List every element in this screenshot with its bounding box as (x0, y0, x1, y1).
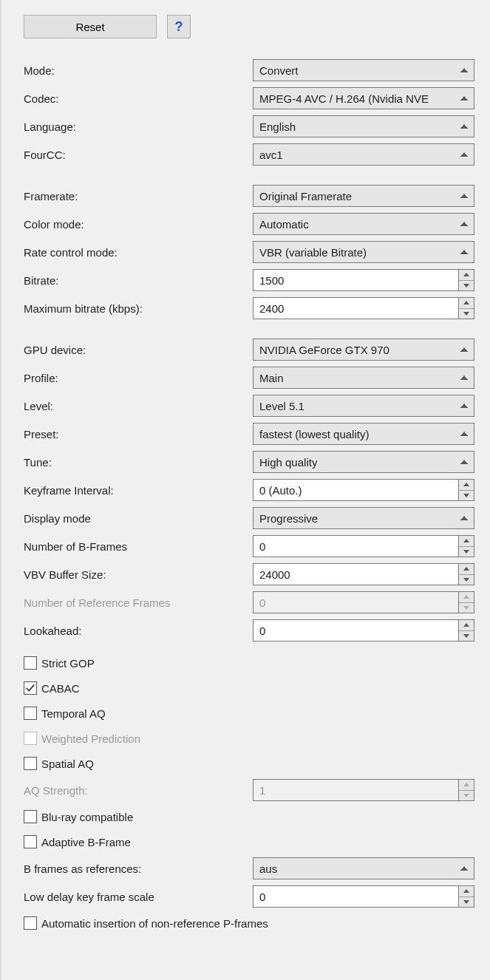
preset-select[interactable]: fastest (lowest quality) (253, 423, 474, 445)
bframes-up[interactable] (459, 536, 474, 547)
bframes-label: Number of B-Frames (24, 540, 253, 553)
chevron-up-icon (463, 623, 469, 627)
autopframe-label: Automatic insertion of non-reference P-f… (41, 917, 268, 930)
temporal-checkbox[interactable] (24, 707, 37, 720)
chevron-down-icon (463, 494, 469, 497)
autopframe-checkbox[interactable] (24, 916, 37, 930)
tune-label: Tune: (24, 456, 253, 469)
chevron-up-icon (463, 567, 469, 571)
chevron-down-icon (463, 900, 469, 904)
fourcc-label: FourCC: (24, 149, 253, 161)
lowdelay-label: Low delay key frame scale (24, 891, 253, 903)
vbv-spinner[interactable]: 24000 (253, 563, 474, 585)
chevron-up-icon (463, 539, 469, 542)
tune-select[interactable]: High quality (253, 451, 474, 473)
preset-label: Preset: (24, 428, 253, 440)
spatial-checkbox[interactable] (24, 757, 37, 770)
bitrate-down[interactable] (459, 281, 474, 291)
maxbitrate-spinner[interactable]: 2400 (253, 297, 474, 319)
chevron-up-icon (463, 483, 469, 486)
lookahead-label: Lookahead: (24, 625, 253, 637)
chevron-down-icon (463, 312, 469, 316)
maxbitrate-down[interactable] (459, 309, 474, 319)
help-button[interactable]: ? (167, 15, 191, 38)
colormode-label: Color mode: (24, 218, 253, 231)
mode-label: Mode: (24, 64, 253, 77)
adaptiveb-checkbox[interactable] (24, 835, 37, 848)
chevron-down-icon (463, 634, 469, 638)
lowdelay-down[interactable] (459, 897, 474, 908)
chevron-up-icon (463, 595, 469, 599)
strictgop-checkbox[interactable] (24, 656, 37, 670)
strictgop-label: Strict GOP (41, 657, 95, 670)
gpu-label: GPU device: (24, 344, 253, 356)
bluray-label: Blu-ray compatible (41, 811, 133, 823)
lookahead-up[interactable] (459, 620, 474, 631)
refframes-label: Number of Reference Frames (24, 596, 253, 609)
maxbitrate-label: Maximum bitrate (kbps): (24, 302, 253, 315)
codec-select[interactable]: MPEG-4 AVC / H.264 (Nvidia NVE (253, 87, 474, 109)
keyframe-up[interactable] (459, 480, 474, 491)
colormode-select[interactable]: Automatic (253, 213, 474, 235)
lowdelay-spinner[interactable]: 0 (253, 885, 474, 908)
spatial-label: Spatial AQ (41, 758, 94, 770)
chevron-up-icon (463, 889, 469, 893)
vbv-down[interactable] (459, 575, 474, 585)
chevron-down-icon (463, 578, 469, 582)
lowdelay-up[interactable] (459, 886, 474, 897)
aqstrength-spinner: 1 (253, 779, 474, 801)
level-select[interactable]: Level 5.1 (253, 395, 474, 417)
lookahead-spinner[interactable]: 0 (253, 619, 474, 642)
framerate-select[interactable]: Original Framerate (253, 185, 474, 207)
temporal-label: Temporal AQ (41, 707, 106, 720)
display-select[interactable]: Progressive (253, 507, 474, 529)
codec-label: Codec: (24, 92, 253, 105)
language-label: Language: (24, 120, 253, 133)
chevron-up-icon (463, 273, 469, 276)
mode-select[interactable]: Convert (253, 59, 474, 81)
ratecontrol-select[interactable]: VBR (variable Bitrate) (253, 241, 474, 263)
refframes-down (459, 603, 474, 613)
refframes-up (459, 592, 474, 603)
bluray-checkbox[interactable] (24, 810, 37, 823)
maxbitrate-up[interactable] (459, 298, 474, 309)
framerate-label: Framerate: (24, 190, 253, 203)
lookahead-down[interactable] (459, 631, 474, 642)
refframes-spinner: 0 (253, 591, 474, 613)
bframes-spinner[interactable]: 0 (253, 535, 474, 557)
adaptiveb-label: Adaptive B-Frame (41, 836, 131, 848)
chevron-down-icon (463, 606, 469, 610)
keyframe-down[interactable] (459, 491, 474, 501)
profile-label: Profile: (24, 372, 253, 384)
ratecontrol-label: Rate control mode: (24, 246, 253, 259)
chevron-down-icon (463, 284, 469, 287)
level-label: Level: (24, 400, 253, 412)
display-label: Display mode (24, 512, 253, 525)
keyframe-label: Keyframe Interval: (24, 484, 253, 497)
aqstrength-label: AQ Strength: (24, 784, 253, 797)
language-select[interactable]: English (253, 115, 474, 137)
brefs-label: B frames as references: (24, 862, 253, 875)
cabac-checkbox[interactable] (24, 681, 37, 695)
chevron-down-icon (463, 794, 469, 797)
bitrate-label: Bitrate: (24, 274, 253, 287)
reset-button[interactable]: Reset (24, 15, 157, 38)
bframes-down[interactable] (459, 547, 474, 557)
gpu-select[interactable]: NVIDIA GeForce GTX 970 (253, 338, 474, 361)
bitrate-spinner[interactable]: 1500 (253, 269, 474, 291)
vbv-label: VBV Buffer Size: (24, 568, 253, 581)
chevron-down-icon (463, 550, 469, 554)
aqstrength-up (459, 780, 474, 791)
keyframe-spinner[interactable]: 0 (Auto.) (253, 479, 474, 501)
weighted-label: Weighted Prediction (41, 732, 140, 745)
vbv-up[interactable] (459, 564, 474, 575)
chevron-up-icon (463, 783, 469, 786)
bitrate-up[interactable] (459, 270, 474, 281)
brefs-select[interactable]: aus (253, 857, 474, 879)
profile-select[interactable]: Main (253, 367, 474, 389)
chevron-up-icon (463, 301, 469, 304)
weighted-checkbox (24, 732, 37, 745)
fourcc-select[interactable]: avc1 (253, 143, 474, 166)
aqstrength-down (459, 791, 474, 801)
cabac-label: CABAC (41, 682, 80, 695)
